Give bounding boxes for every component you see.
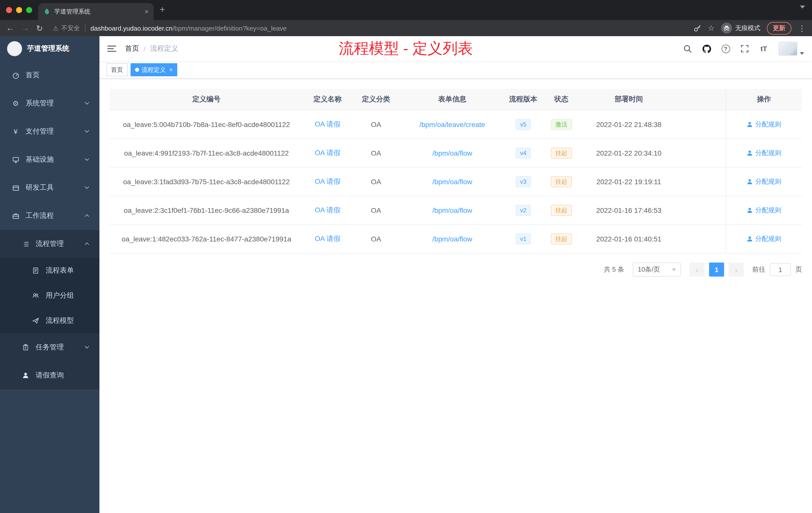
user-icon [747,150,753,156]
breadcrumb-current: 流程定义 [150,44,178,53]
next-page-button[interactable]: › [729,263,744,277]
status-badge: 挂起 [551,148,572,159]
definition-name-link[interactable]: OA 请假 [315,206,341,214]
tag-close-icon[interactable]: × [169,66,173,73]
cell-category: OA [352,224,400,253]
sidebar-item-leave-query[interactable]: 请假查询 [0,361,99,390]
sidebar-item-user-group[interactable]: 用户分组 [0,283,99,308]
goto-suffix: 页 [795,265,802,274]
github-icon[interactable] [700,41,713,56]
definition-name-link[interactable]: OA 请假 [315,120,341,128]
assign-rule-link[interactable]: 分配规则 [747,234,781,243]
page-number-1[interactable]: 1 [709,263,724,277]
definition-table: 定义编号 定义名称 定义分类 表单信息 流程版本 状态 部署时间 操作 [110,89,802,253]
assign-rule-link[interactable]: 分配规则 [747,149,781,158]
cell-category: OA [352,139,400,168]
definition-name-link[interactable]: OA 请假 [315,149,341,157]
assign-rule-link[interactable]: 分配规则 [747,177,781,186]
user-menu[interactable] [778,42,804,56]
bookmark-star-icon[interactable]: ☆ [708,24,715,33]
cell-id: oa_leave:3:1fad3d93-7b75-11ec-a3c8-acde4… [110,168,303,196]
tag-process-definition[interactable]: 流程定义 × [130,63,177,76]
sidebar-item-process-form[interactable]: 流程表单 [0,258,99,283]
incognito-indicator: 无痕模式 [721,23,760,34]
window-close-button[interactable] [6,7,12,13]
definition-name-link[interactable]: OA 请假 [315,177,341,185]
browser-tabstrip: 芋道管理系统 × + [0,0,812,20]
sidebar-item-workflow[interactable]: 工作流程 [0,202,99,230]
chevron-down-icon [85,157,89,161]
window-zoom-button[interactable] [26,7,32,13]
address-bar[interactable]: ⚠ 不安全 dashboard.yudao.iocoder.cn/bpm/man… [53,24,688,32]
page-size-select[interactable]: 10条/页 [633,263,681,277]
reload-icon[interactable]: ↻ [36,23,43,33]
sidebar-item-process-model[interactable]: 流程模型 [0,308,99,333]
cell-category: OA [352,168,400,196]
brand: 芋道管理系统 [0,36,99,61]
assign-rule-link[interactable]: 分配规则 [747,206,781,215]
tag-home[interactable]: 首页 [107,63,127,76]
forward-icon[interactable]: → [21,24,29,33]
back-icon[interactable]: ← [6,24,14,33]
sidebar-item-system[interactable]: ⚙ 系统管理 [0,89,99,117]
help-icon[interactable]: ? [719,41,732,56]
goto-page-input[interactable] [770,263,791,276]
font-size-icon[interactable]: tT [757,41,770,56]
breadcrumb-home[interactable]: 首页 [125,44,139,53]
browser-tab[interactable]: 芋道管理系统 × [38,3,154,20]
caret-down-icon [800,52,804,55]
top-navbar: 首页 / 流程定义 流程模型 - 定义列表 ? [99,36,812,61]
tags-view: 首页 流程定义 × [99,61,812,79]
sidebar-item-home[interactable]: 首页 [0,61,99,89]
avatar [778,42,798,56]
security-label: 不安全 [61,24,80,32]
cell-deploy-time: 2022-01-22 19:19:11 [580,168,677,196]
dashboard-icon [11,71,20,79]
chevron-up-icon [85,214,89,219]
page-content: 定义编号 定义名称 定义分类 表单信息 流程版本 状态 部署时间 操作 [99,79,812,513]
breadcrumb-separator: / [144,45,146,53]
total-count: 共 5 条 [604,265,624,274]
form-link[interactable]: /bpm/oa/flow [432,235,472,243]
version-tag: v3 [516,176,531,187]
col-definition-category: 定义分类 [352,89,400,110]
chrome-update-button[interactable]: 更新 [767,22,791,34]
sidebar-item-process-management[interactable]: 流程管理 [0,230,99,258]
sidebar-item-infra[interactable]: 基础设施 [0,146,99,174]
new-tab-button[interactable]: + [160,5,165,14]
prev-page-button[interactable]: ‹ [690,263,704,277]
sidebar: 芋道管理系统 首页 ⚙ 系统管理 ¥ 支付管理 [0,36,99,513]
active-dot [135,68,139,72]
search-icon[interactable] [681,41,694,56]
brand-logo-avatar [7,41,22,56]
assign-rule-link[interactable]: 分配规则 [747,120,781,129]
workflow-submenu: 流程管理 流程表单 用户分组 [0,230,99,390]
form-link[interactable]: /bpm/oa/flow [432,206,472,214]
user-icon [747,207,753,213]
version-tag: v1 [516,233,531,244]
definition-name-link[interactable]: OA 请假 [315,234,341,242]
col-status: 状态 [542,89,580,110]
window-minimize-button[interactable] [16,7,22,13]
sidebar-item-payment[interactable]: ¥ 支付管理 [0,117,99,146]
col-deploy-time: 部署时间 [580,89,677,110]
paper-plane-icon [31,317,40,324]
browser-menu-icon[interactable]: ⋮ [798,23,806,33]
form-link[interactable]: /bpm/oa/flow [432,178,472,186]
tab-close-icon[interactable]: × [145,7,149,16]
password-key-icon[interactable] [693,24,701,32]
cell-deploy-time: 2022-01-16 17:46:53 [580,196,677,224]
goto-label: 前往 [752,265,765,274]
list-icon [21,240,30,248]
users-icon [31,292,40,299]
hamburger-icon[interactable] [99,45,125,53]
status-badge: 挂起 [551,205,572,216]
status-badge: 挂起 [551,233,572,244]
tab-search-chevron-icon[interactable] [800,8,805,18]
sidebar-item-devtools[interactable]: 研发工具 [0,174,99,202]
form-link[interactable]: /bpm/oa/flow [432,149,472,157]
fullscreen-icon[interactable] [738,41,751,56]
version-tag: v5 [516,119,531,130]
sidebar-item-task-management[interactable]: 任务管理 [0,333,99,361]
form-link[interactable]: /bpm/oa/leave/create [419,120,485,128]
